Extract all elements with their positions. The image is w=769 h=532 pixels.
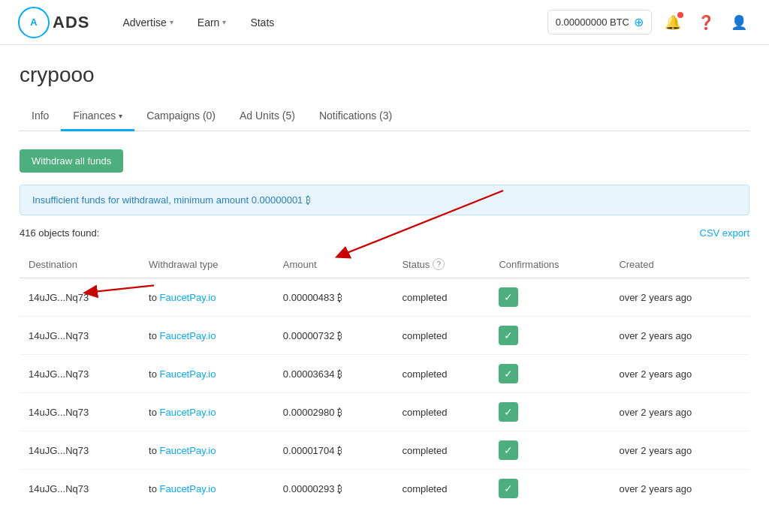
faucetpay-link[interactable]: FaucetPay.io <box>159 368 216 380</box>
col-amount: Amount <box>274 251 394 278</box>
cell-withdrawal-type: to FaucetPay.io <box>140 278 274 317</box>
cell-withdrawal-type: to FaucetPay.io <box>140 393 274 431</box>
logo-text: ADS <box>53 13 89 32</box>
tab-info[interactable]: Info <box>20 102 61 131</box>
col-status: Status ? <box>393 251 490 278</box>
header-right: 0.00000000 BTC ⊕ 🔔 ❓ 👤 <box>547 10 751 35</box>
cell-confirmations: ✓ <box>490 317 610 355</box>
cell-created: over 2 years ago <box>610 470 749 508</box>
main-content: crypooo Info Finances ▾ Campaigns (0) Ad… <box>2 45 767 525</box>
chevron-down-icon: ▾ <box>119 112 122 120</box>
faucetpay-link[interactable]: FaucetPay.io <box>159 330 216 341</box>
objects-count: 416 objects found: <box>20 227 99 239</box>
col-withdrawal-type: Withdrawal type <box>140 251 274 278</box>
csv-export-link[interactable]: CSV export <box>700 227 749 239</box>
cell-confirmations: ✓ <box>490 393 610 431</box>
alert-message: Insufficient funds for withdrawal, minim… <box>20 185 749 215</box>
tab-finances[interactable]: Finances ▾ <box>61 102 134 131</box>
cell-confirmations: ✓ <box>490 355 610 393</box>
cell-created: over 2 years ago <box>610 393 749 431</box>
cell-destination: 14uJG...Nq73 <box>20 278 140 317</box>
faucetpay-link[interactable]: FaucetPay.io <box>159 483 216 494</box>
cell-withdrawal-type: to FaucetPay.io <box>140 470 274 508</box>
page-title: crypooo <box>20 63 749 87</box>
confirmed-badge: ✓ <box>499 402 518 422</box>
status-help-icon[interactable]: ? <box>433 258 445 270</box>
cell-status: completed <box>393 393 490 431</box>
cell-destination: 14uJG...Nq73 <box>20 470 140 508</box>
faucetpay-link[interactable]: FaucetPay.io <box>159 445 216 456</box>
notifications-button[interactable]: 🔔 <box>661 11 685 35</box>
cell-amount: 0.00000483 ₿ <box>274 278 394 317</box>
cell-destination: 14uJG...Nq73 <box>20 355 140 393</box>
notification-dot <box>677 12 683 18</box>
cell-amount: 0.00001704 ₿ <box>274 431 394 470</box>
tab-bar: Info Finances ▾ Campaigns (0) Ad Units (… <box>20 102 749 131</box>
table-row: 14uJG...Nq73 to FaucetPay.io 0.00002980 … <box>20 393 749 431</box>
confirmed-badge: ✓ <box>499 326 518 345</box>
faucetpay-link[interactable]: FaucetPay.io <box>159 407 216 418</box>
cell-status: completed <box>393 278 490 317</box>
chevron-down-icon: ▾ <box>222 18 226 26</box>
main-nav: Advertise ▾ Earn ▾ Stats <box>113 11 547 35</box>
table-row: 14uJG...Nq73 to FaucetPay.io 0.00000293 … <box>20 470 749 508</box>
cell-status: completed <box>393 431 490 470</box>
cell-created: over 2 years ago <box>610 355 749 393</box>
balance-display: 0.00000000 BTC ⊕ <box>547 10 652 35</box>
logo[interactable]: A ADS <box>18 7 89 38</box>
cell-confirmations: ✓ <box>490 470 610 508</box>
cell-destination: 14uJG...Nq73 <box>20 393 140 431</box>
nav-advertise[interactable]: Advertise ▾ <box>113 11 182 35</box>
col-destination: Destination <box>20 251 140 278</box>
cell-confirmations: ✓ <box>490 278 610 317</box>
logo-icon: A <box>18 7 50 38</box>
nav-stats[interactable]: Stats <box>241 11 283 35</box>
cell-destination: 14uJG...Nq73 <box>20 317 140 355</box>
cell-amount: 0.00000732 ₿ <box>274 317 394 355</box>
cell-created: over 2 years ago <box>610 278 749 317</box>
confirmed-badge: ✓ <box>499 479 518 498</box>
tab-campaigns[interactable]: Campaigns (0) <box>134 102 228 131</box>
table-row: 14uJG...Nq73 to FaucetPay.io 0.00000483 … <box>20 278 749 317</box>
nav-earn[interactable]: Earn ▾ <box>188 11 236 35</box>
withdrawals-table: Destination Withdrawal type Amount Statu… <box>20 251 749 507</box>
confirmed-badge: ✓ <box>499 440 518 460</box>
table-row: 14uJG...Nq73 to FaucetPay.io 0.00000732 … <box>20 317 749 355</box>
chevron-down-icon: ▾ <box>170 18 173 26</box>
cell-amount: 0.00002980 ₿ <box>274 393 394 431</box>
cell-withdrawal-type: to FaucetPay.io <box>140 355 274 393</box>
confirmed-badge: ✓ <box>499 287 518 307</box>
withdraw-all-button[interactable]: Withdraw all funds <box>20 149 123 173</box>
cell-confirmations: ✓ <box>490 431 610 470</box>
confirmed-badge: ✓ <box>499 364 518 383</box>
cell-created: over 2 years ago <box>610 431 749 470</box>
table-row: 14uJG...Nq73 to FaucetPay.io 0.00003634 … <box>20 355 749 393</box>
cell-withdrawal-type: to FaucetPay.io <box>140 431 274 470</box>
col-created: Created <box>610 251 749 278</box>
objects-row: 416 objects found: CSV export <box>20 227 749 239</box>
cell-destination: 14uJG...Nq73 <box>20 431 140 470</box>
cell-status: completed <box>393 355 490 393</box>
cell-created: over 2 years ago <box>610 317 749 355</box>
balance-amount: 0.00000000 BTC <box>556 17 629 28</box>
faucetpay-link[interactable]: FaucetPay.io <box>159 292 216 303</box>
cell-amount: 0.00000293 ₿ <box>274 470 394 508</box>
tab-ad-units[interactable]: Ad Units (5) <box>228 102 307 131</box>
tab-notifications[interactable]: Notifications (3) <box>307 102 404 131</box>
cell-amount: 0.00003634 ₿ <box>274 355 394 393</box>
col-confirmations: Confirmations <box>490 251 610 278</box>
cell-status: completed <box>393 470 490 508</box>
help-button[interactable]: ❓ <box>694 11 718 35</box>
account-button[interactable]: 👤 <box>727 11 751 35</box>
table-row: 14uJG...Nq73 to FaucetPay.io 0.00001704 … <box>20 431 749 470</box>
cell-withdrawal-type: to FaucetPay.io <box>140 317 274 355</box>
wallet-icon[interactable]: ⊕ <box>634 15 644 29</box>
cell-status: completed <box>393 317 490 355</box>
